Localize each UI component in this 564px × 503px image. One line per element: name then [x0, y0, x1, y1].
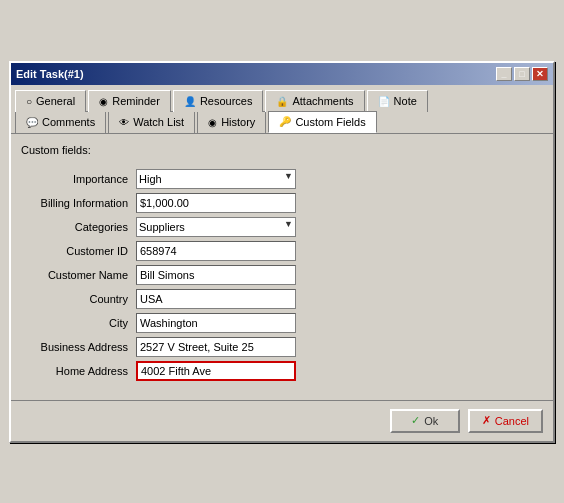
homeaddress-input[interactable]	[136, 361, 296, 381]
label-categories: Categories	[21, 221, 136, 233]
label-businessaddress: Business Address	[21, 341, 136, 353]
tab-note-label: Note	[394, 95, 417, 107]
attachments-icon: 🔒	[276, 96, 288, 107]
resources-icon: 👤	[184, 96, 196, 107]
billing-input[interactable]	[136, 193, 296, 213]
customerid-input[interactable]	[136, 241, 296, 261]
categories-wrapper: Suppliers Customers	[136, 217, 296, 237]
tab-general[interactable]: ○ General	[15, 90, 86, 112]
city-input[interactable]	[136, 313, 296, 333]
watchlist-icon: 👁	[119, 117, 129, 128]
fields-area: Importance High Medium Low Billing Infor…	[21, 164, 543, 390]
tab-reminder-label: Reminder	[112, 95, 160, 107]
tab-customfields[interactable]: 🔑 Custom Fields	[268, 111, 376, 133]
label-customerid: Customer ID	[21, 245, 136, 257]
field-row-homeaddress: Home Address	[21, 361, 543, 381]
general-icon: ○	[26, 96, 32, 107]
label-city: City	[21, 317, 136, 329]
tab-resources-label: Resources	[200, 95, 253, 107]
field-row-country: Country	[21, 289, 543, 309]
tab-attachments-label: Attachments	[292, 95, 353, 107]
tab-comments-label: Comments	[42, 116, 95, 128]
note-icon: 📄	[378, 96, 390, 107]
importance-select[interactable]: High Medium Low	[136, 169, 296, 189]
tab-history-label: History	[221, 116, 255, 128]
businessaddress-input[interactable]	[136, 337, 296, 357]
cancel-button[interactable]: ✗ Cancel	[468, 409, 543, 433]
field-row-customerid: Customer ID	[21, 241, 543, 261]
country-input[interactable]	[136, 289, 296, 309]
title-bar: Edit Task(#1) _ □ ✕	[11, 63, 553, 85]
tab-comments[interactable]: 💬 Comments	[15, 111, 106, 133]
label-country: Country	[21, 293, 136, 305]
comments-icon: 💬	[26, 117, 38, 128]
field-row-customername: Customer Name	[21, 265, 543, 285]
field-row-categories: Categories Suppliers Customers	[21, 217, 543, 237]
tab-resources[interactable]: 👤 Resources	[173, 90, 264, 112]
field-row-businessaddress: Business Address	[21, 337, 543, 357]
history-icon: ◉	[208, 117, 217, 128]
customername-input[interactable]	[136, 265, 296, 285]
tab-history[interactable]: ◉ History	[197, 111, 266, 133]
tab-customfields-label: Custom Fields	[295, 116, 365, 128]
label-importance: Importance	[21, 173, 136, 185]
label-homeaddress: Home Address	[21, 365, 136, 377]
checkmark-icon: ✓	[411, 414, 420, 427]
customfields-icon: 🔑	[279, 116, 291, 127]
title-bar-buttons: _ □ ✕	[496, 67, 548, 81]
section-label: Custom fields:	[21, 144, 543, 156]
importance-wrapper: High Medium Low	[136, 169, 296, 189]
field-row-city: City	[21, 313, 543, 333]
tab-reminder[interactable]: ◉ Reminder	[88, 90, 171, 112]
label-billing: Billing Information	[21, 197, 136, 209]
ok-button[interactable]: ✓ Ok	[390, 409, 460, 433]
tab-attachments[interactable]: 🔒 Attachments	[265, 90, 364, 112]
reminder-icon: ◉	[99, 96, 108, 107]
tab-watchlist-label: Watch List	[133, 116, 184, 128]
x-icon: ✗	[482, 414, 491, 427]
tab-note[interactable]: 📄 Note	[367, 90, 428, 112]
ok-label: Ok	[424, 415, 438, 427]
cancel-label: Cancel	[495, 415, 529, 427]
minimize-button[interactable]: _	[496, 67, 512, 81]
tab-general-label: General	[36, 95, 75, 107]
tab-row-2: 💬 Comments 👁 Watch List ◉ History 🔑 Cust…	[11, 111, 553, 134]
field-row-importance: Importance High Medium Low	[21, 169, 543, 189]
main-window: Edit Task(#1) _ □ ✕ ○ General ◉ Reminder…	[9, 61, 555, 443]
field-row-billing: Billing Information	[21, 193, 543, 213]
content-area: Custom fields: Importance High Medium Lo…	[11, 134, 553, 400]
maximize-button[interactable]: □	[514, 67, 530, 81]
categories-select[interactable]: Suppliers Customers	[136, 217, 296, 237]
label-customername: Customer Name	[21, 269, 136, 281]
tab-row-1: ○ General ◉ Reminder 👤 Resources 🔒 Attac…	[11, 85, 553, 111]
window-title: Edit Task(#1)	[16, 68, 84, 80]
tab-watchlist[interactable]: 👁 Watch List	[108, 111, 195, 133]
close-button[interactable]: ✕	[532, 67, 548, 81]
button-bar: ✓ Ok ✗ Cancel	[11, 400, 553, 441]
